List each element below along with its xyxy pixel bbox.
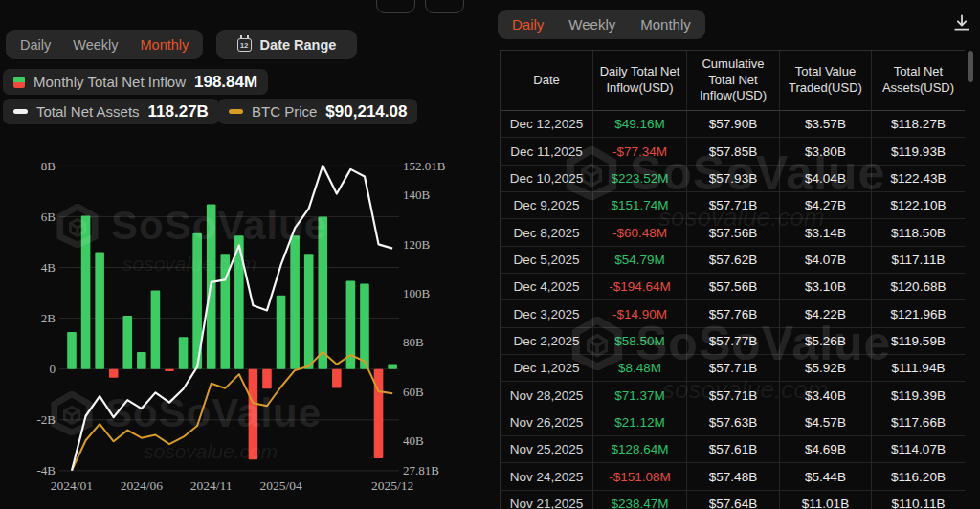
table-cell: $57.93B <box>687 166 780 192</box>
table-cell: $117.66B <box>872 409 965 436</box>
download-icon[interactable] <box>952 13 971 33</box>
table-cell: $57.90B <box>687 111 780 138</box>
right-axis-tick: 140B <box>403 188 431 202</box>
right-axis-tick: 100B <box>403 286 431 300</box>
table-cell: $151.74M <box>593 192 687 219</box>
table-scrollbar-thumb[interactable] <box>968 51 973 82</box>
left-axis-tick: 4B <box>41 260 56 275</box>
table-cell: $110.11B <box>872 491 965 509</box>
toolbar-button-partial[interactable] <box>425 0 464 13</box>
legend-monthly-total-net-inflow[interactable]: Monthly Total Net Inflow 198.84M <box>3 69 268 95</box>
table-cell: $119.39B <box>872 382 965 409</box>
inflow-bar <box>109 369 119 378</box>
inflow-bar <box>290 235 300 368</box>
table-cell: $57.56B <box>687 219 780 246</box>
x-axis-tick: 2024/06 <box>121 478 164 493</box>
table-cell: -$194.64M <box>593 274 687 300</box>
x-axis-tick: 2025/04 <box>259 478 302 493</box>
table-cell: $4.04B <box>780 166 872 192</box>
table-cell: $3.40B <box>780 382 872 409</box>
table-header-cell: Daily Total Net Inflow(USD) <box>593 51 687 111</box>
legend-label: Total Net Assets <box>36 103 140 120</box>
table-row: Dec 9,2025$151.74M$57.71B$4.27B$122.10B <box>501 192 965 219</box>
btc-price-line <box>72 352 392 471</box>
table-cell: $122.43B <box>872 166 965 192</box>
table-cell: $11.01B <box>780 491 872 509</box>
inflow-bar <box>249 369 258 460</box>
right-axis-tick: 27.81B <box>403 463 439 477</box>
inflow-bar <box>179 337 189 368</box>
legend-total-net-assets[interactable]: Total Net Assets 118.27B <box>3 99 219 124</box>
table-cell: $238.47M <box>593 491 687 509</box>
table-row: Dec 12,2025$49.16M$57.90B$3.57B$118.27B <box>501 111 965 138</box>
table-cell: Dec 1,2025 <box>501 355 593 382</box>
table-cell: $120.68B <box>872 274 965 300</box>
table-cell: Dec 8,2025 <box>501 219 593 246</box>
table-cell: Dec 4,2025 <box>501 274 593 300</box>
tab-weekly[interactable]: Weekly <box>568 16 615 33</box>
table-cell: $119.59B <box>872 328 965 355</box>
inflow-bar <box>262 369 272 388</box>
inflow-bar <box>374 369 384 458</box>
toolbar-button-partial[interactable] <box>376 0 415 13</box>
table-cell: $3.57B <box>780 111 872 138</box>
table-cell: Dec 11,2025 <box>501 138 593 165</box>
table-cell: $4.07B <box>780 247 872 274</box>
date-range-label: Date Range <box>260 37 337 53</box>
table-cell: Dec 10,2025 <box>501 166 593 192</box>
table-row: Dec 8,2025-$60.48M$57.56B$3.14B$118.50B <box>501 219 965 246</box>
table-cell: $4.22B <box>780 300 872 327</box>
inflow-bar <box>95 253 104 369</box>
table-cell: $119.93B <box>872 138 965 165</box>
table-cell: Dec 9,2025 <box>501 192 593 219</box>
table-cell: -$60.48M <box>593 219 687 246</box>
inflow-bar <box>81 216 91 369</box>
table-cell: -$77.34M <box>593 138 687 165</box>
inflow-bar <box>137 352 146 369</box>
tab-monthly[interactable]: Monthly <box>640 16 691 33</box>
table-cell: $3.80B <box>780 138 872 165</box>
table-cell: $49.16M <box>593 111 687 138</box>
inflow-bar <box>192 233 202 369</box>
table-header-cell: Cumulative Total Net Inflow(USD) <box>687 51 780 111</box>
watermark-logo: SoSoValue <box>50 390 322 436</box>
table-row: Dec 1,2025$8.48M$57.71B$5.92B$111.94B <box>501 355 965 382</box>
legend-value: 198.84M <box>194 73 257 92</box>
inflow-bar <box>277 296 286 369</box>
left-axis-tick: -2B <box>37 412 56 427</box>
x-axis-tick: 2025/12 <box>371 478 413 493</box>
table-row: Nov 26,2025$21.12M$57.63B$4.57B$117.66B <box>501 409 965 436</box>
table-row: Dec 3,2025-$14.90M$57.76B$4.22B$121.96B <box>501 300 965 327</box>
table-cell: Nov 25,2025 <box>501 436 593 463</box>
tab-weekly[interactable]: Weekly <box>73 37 118 53</box>
table-cell: Nov 28,2025 <box>501 382 593 409</box>
table-row: Dec 4,2025-$194.64M$57.56B$3.10B$120.68B <box>501 274 965 300</box>
tab-monthly[interactable]: Monthly <box>141 37 189 53</box>
table-cell: $122.10B <box>872 192 965 219</box>
table-row: Nov 25,2025$128.64M$57.61B$4.69B$114.07B <box>501 436 965 463</box>
table-cell: $57.77B <box>687 328 780 355</box>
crypto-etf-dashboard: Daily Weekly Monthly 12 Date Range Month… <box>0 0 980 509</box>
table-cell: Dec 12,2025 <box>501 111 593 138</box>
sosovalue-hex-icon <box>56 204 100 248</box>
tab-daily[interactable]: Daily <box>20 37 51 53</box>
inflow-bar <box>122 316 132 369</box>
table-cell: $111.94B <box>872 355 965 382</box>
table-header-cell: Date <box>501 51 593 111</box>
date-range-button[interactable]: 12 Date Range <box>216 30 357 59</box>
watermark-domain: sosovalue.com <box>144 440 278 463</box>
table-cell: $4.27B <box>780 192 872 219</box>
table-cell: $128.64M <box>593 436 687 463</box>
table-cell: $71.37M <box>593 382 687 409</box>
table-cell: $57.71B <box>687 382 780 409</box>
tab-daily[interactable]: Daily <box>512 16 544 33</box>
table-header-cell: Total Net Assets(USD) <box>872 51 965 111</box>
legend-value: 118.27B <box>148 102 209 122</box>
table-cell: Nov 21,2025 <box>501 491 593 509</box>
inflow-bar <box>346 281 356 369</box>
table-row: Dec 11,2025-$77.34M$57.85B$3.80B$119.93B <box>501 138 965 165</box>
table-cell: $57.85B <box>687 138 780 165</box>
legend-btc-price[interactable]: BTC Price $90,214.08 <box>218 99 417 124</box>
inflow-bar <box>318 216 327 368</box>
table-cell: $3.14B <box>780 219 872 246</box>
